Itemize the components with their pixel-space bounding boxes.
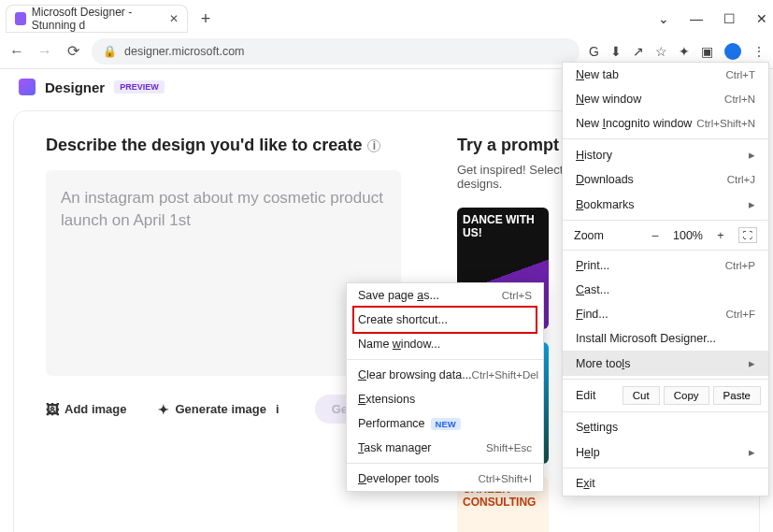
menu-help[interactable]: Help▸ (563, 439, 768, 465)
window-titlebar: Microsoft Designer - Stunning d ✕ + ⌄ — … (0, 0, 773, 34)
menu-exit[interactable]: Exit (563, 471, 768, 496)
install-app-icon[interactable]: ⬇ (610, 44, 622, 59)
back-button[interactable]: ← (7, 42, 26, 61)
new-badge: NEW (431, 418, 461, 430)
toolbar-right: G ⬇ ↗ ☆ ✦ ▣ ⋮ (589, 43, 766, 60)
submenu-dev-tools[interactable]: Developer toolsCtrl+Shift+I (347, 467, 543, 491)
describe-heading: Describe the design you'd like to create… (46, 136, 401, 155)
minimize-button[interactable]: — (690, 11, 703, 26)
chrome-main-menu: New tabCtrl+T New windowCtrl+N New Incog… (562, 62, 769, 496)
reload-button[interactable]: ⟳ (64, 42, 82, 61)
menu-zoom: Zoom – 100% + ⛶ (563, 223, 768, 247)
shortcut-text: Ctrl+S (502, 290, 532, 301)
shortcut-text: Ctrl+Shift+I (478, 473, 532, 484)
window-controls: ⌄ — ☐ ✕ (658, 11, 767, 26)
menu-new-tab[interactable]: New tabCtrl+T (563, 63, 768, 87)
copy-button[interactable]: Copy (664, 386, 709, 405)
edit-label: Edit (570, 389, 619, 402)
menu-cast[interactable]: Cast... (563, 278, 768, 302)
caption-dropdown-icon[interactable]: ⌄ (658, 11, 669, 26)
zoom-out-button[interactable]: – (647, 229, 664, 242)
menu-incognito[interactable]: New Incognito windowCtrl+Shift+N (563, 111, 768, 136)
menu-history[interactable]: History▸ (563, 142, 768, 167)
menu-separator (563, 138, 768, 139)
menu-label: Performance (358, 417, 425, 430)
submenu-save-page[interactable]: Save page as...Ctrl+S (347, 283, 543, 308)
maximize-button[interactable]: ☐ (723, 11, 736, 26)
close-button[interactable]: ✕ (756, 11, 767, 26)
menu-new-window[interactable]: New windowCtrl+N (563, 87, 768, 111)
menu-find[interactable]: Find...Ctrl+F (563, 302, 768, 326)
menu-downloads[interactable]: DownloadsCtrl+J (563, 167, 768, 192)
fullscreen-button[interactable]: ⛶ (738, 227, 757, 243)
shortcut-text: Ctrl+N (724, 93, 755, 105)
generate-image-button[interactable]: ✦Generate imagei (158, 402, 279, 417)
extensions-icon[interactable]: ✦ (679, 44, 690, 59)
chevron-right-icon: ▸ (749, 197, 755, 211)
tab-title: Microsoft Designer - Stunning d (32, 6, 164, 32)
sparkle-icon: ✦ (158, 402, 169, 417)
shortcut-text: Ctrl+F (725, 309, 755, 320)
generate-image-label: Generate image (175, 402, 266, 416)
google-account-icon[interactable]: G (589, 44, 599, 59)
new-tab-button[interactable]: + (193, 7, 218, 31)
submenu-clear-data[interactable]: Clear browsing data...Ctrl+Shift+Del (347, 363, 543, 387)
sidepanel-icon[interactable]: ▣ (701, 44, 713, 59)
forward-button[interactable]: → (36, 42, 54, 61)
chrome-menu-button[interactable]: ⋮ (752, 44, 766, 59)
paste-button[interactable]: Paste (713, 386, 761, 405)
menu-install-app[interactable]: Install Microsoft Designer... (563, 326, 768, 351)
menu-more-tools[interactable]: More tools▸ (563, 351, 768, 376)
browser-tab[interactable]: Microsoft Designer - Stunning d ✕ (6, 5, 188, 33)
menu-separator (563, 379, 768, 380)
submenu-name-window[interactable]: Name window... (347, 332, 543, 356)
menu-separator (563, 250, 768, 251)
profile-avatar[interactable] (724, 43, 741, 60)
url-box[interactable]: 🔒 designer.microsoft.com (92, 38, 580, 65)
menu-separator (347, 359, 543, 360)
heading-text: Describe the design you'd like to create (46, 136, 362, 155)
preview-badge: PREVIEW (114, 80, 165, 93)
menu-separator (563, 467, 768, 468)
tab-close-icon[interactable]: ✕ (169, 12, 179, 25)
menu-label: Install Microsoft Designer... (576, 332, 716, 345)
menu-label: Create shortcut... (358, 313, 448, 326)
shortcut-text: Ctrl+P (725, 260, 755, 271)
chevron-right-icon: ▸ (749, 445, 755, 459)
image-icon: 🖼 (46, 402, 59, 417)
share-icon[interactable]: ↗ (633, 44, 644, 59)
info-icon[interactable]: i (367, 139, 380, 152)
designer-logo-icon (19, 79, 36, 95)
more-tools-submenu: Save page as...Ctrl+S Create shortcut...… (346, 282, 544, 492)
shortcut-text: Ctrl+Shift+N (696, 118, 755, 129)
menu-edit-row: Edit Cut Copy Paste (563, 382, 768, 409)
tab-favicon (15, 12, 26, 25)
submenu-extensions[interactable]: Extensions (347, 387, 543, 411)
menu-separator (563, 220, 768, 221)
thumb-title: DANCE WITH US! (463, 213, 543, 239)
chevron-right-icon: ▸ (749, 148, 755, 162)
menu-separator (563, 411, 768, 412)
menu-separator (347, 463, 543, 464)
menu-print[interactable]: Print...Ctrl+P (563, 253, 768, 278)
zoom-in-button[interactable]: + (712, 229, 729, 242)
submenu-create-shortcut[interactable]: Create shortcut... (347, 308, 543, 332)
cut-button[interactable]: Cut (623, 386, 660, 405)
shortcut-text: Shift+Esc (486, 442, 532, 453)
info-icon[interactable]: i (276, 402, 279, 416)
zoom-value: 100% (673, 229, 703, 242)
menu-settings[interactable]: Settings (563, 415, 768, 439)
brand-name: Designer (45, 79, 105, 95)
bookmark-star-icon[interactable]: ☆ (655, 44, 667, 59)
chevron-right-icon: ▸ (749, 356, 755, 370)
url-text: designer.microsoft.com (124, 45, 245, 58)
submenu-performance[interactable]: PerformanceNEW (347, 411, 543, 436)
add-image-button[interactable]: 🖼Add image (46, 402, 126, 417)
zoom-label: Zoom (574, 229, 637, 242)
add-image-label: Add image (64, 402, 126, 416)
shortcut-text: Ctrl+T (725, 69, 755, 80)
lock-icon: 🔒 (103, 45, 117, 58)
shortcut-text: Ctrl+J (727, 174, 755, 185)
submenu-task-manager[interactable]: Task managerShift+Esc (347, 436, 543, 460)
menu-bookmarks[interactable]: Bookmarks▸ (563, 192, 768, 217)
